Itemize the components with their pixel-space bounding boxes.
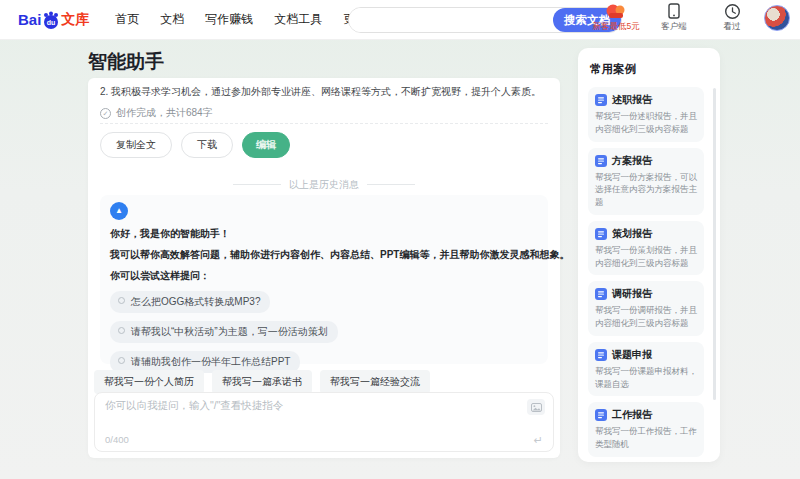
document-icon: [595, 155, 607, 167]
page-title: 智能助手: [88, 49, 164, 75]
chat-panel: 2. 我积极寻求学习机会，通过参加外部专业讲座、网络课程等方式，不断扩宽视野，提…: [88, 78, 560, 458]
case-item-planning-report[interactable]: 策划报告 帮我写一份策划报告，并且内容细化到三级内容标题: [588, 221, 704, 276]
clock-icon: [724, 3, 741, 20]
history-divider: 以上是历史消息: [88, 176, 560, 192]
chip-commitment-letter[interactable]: 帮我写一篇承诺书: [212, 370, 312, 394]
viewed-label: 看过: [724, 21, 741, 33]
chip-experience-exchange[interactable]: 帮我写一篇经验交流: [320, 370, 430, 394]
baidu-paw-icon: du: [42, 11, 60, 29]
user-avatar[interactable]: [764, 5, 790, 31]
top-navbar: Bai du 文库 首页 文档 写作赚钱 文档工具 更多 搜索文档: [0, 0, 800, 40]
history-action-row: 复制全文 下载 编辑: [100, 123, 548, 158]
main-nav: 首页 文档 写作赚钱 文档工具 更多: [115, 11, 367, 28]
download-button[interactable]: 下载: [181, 132, 233, 158]
case-title: 课题申报: [612, 348, 652, 362]
char-counter: 0/400: [105, 434, 129, 445]
client-label: 客户端: [661, 21, 687, 33]
common-cases-panel: 常用案例 述职报告 帮我写一份述职报告，并且内容细化到三级内容标题 方案报告 帮…: [578, 48, 720, 462]
case-item-project-application[interactable]: 课题申报 帮我写一份课题申报材料，课题自选: [588, 342, 704, 397]
case-desc: 帮我写一份调研报告，并且内容细化到三级内容标题: [595, 304, 697, 330]
case-desc: 帮我写一份工作报告，工作类型随机: [595, 425, 697, 451]
case-title: 策划报告: [612, 227, 652, 241]
document-icon: [595, 409, 607, 421]
sidebar-scrollbar[interactable]: [713, 88, 716, 400]
search-input[interactable]: [349, 8, 553, 32]
promo-icon: [605, 3, 627, 20]
logo-wenku-text: 文库: [61, 11, 89, 29]
image-icon[interactable]: [527, 399, 545, 415]
case-item-debrief-report[interactable]: 述职报告 帮我写一份述职报告，并且内容细化到三级内容标题: [588, 87, 704, 142]
history-divider-label: 以上是历史消息: [233, 178, 415, 192]
cases-panel-title: 常用案例: [590, 62, 710, 77]
client-app-link[interactable]: 客户端: [648, 3, 700, 33]
edit-button[interactable]: 编辑: [242, 132, 290, 158]
document-icon: [595, 288, 607, 300]
case-item-proposal-report[interactable]: 方案报告 帮我写一份方案报告，可以选择任意内容为方案报告主题: [588, 148, 704, 215]
nav-doc-tools[interactable]: 文档工具: [274, 11, 322, 28]
promo-link[interactable]: 新客最低5元: [590, 3, 642, 33]
generation-status-row: ✓ 创作完成，共计684字: [100, 106, 213, 120]
nav-docs[interactable]: 文档: [160, 11, 184, 28]
nav-home[interactable]: 首页: [115, 11, 139, 28]
enter-icon: ↵: [534, 434, 543, 447]
case-title: 工作报告: [612, 408, 652, 422]
case-item-research-report[interactable]: 调研报告 帮我写一份调研报告，并且内容细化到三级内容标题: [588, 281, 704, 336]
case-title: 调研报告: [612, 287, 652, 301]
generation-status: 创作完成，共计684字: [116, 106, 213, 120]
copy-all-button[interactable]: 复制全文: [100, 132, 172, 158]
case-desc: 帮我写一份策划报告，并且内容细化到三级内容标题: [595, 244, 697, 270]
suggestion-mid-autumn-plan[interactable]: 请帮我以“中秋活动”为主题，写一份活动策划: [110, 321, 338, 343]
case-title: 述职报告: [612, 93, 652, 107]
viewed-link[interactable]: 看过: [706, 3, 758, 33]
baidu-wenku-logo[interactable]: Bai du 文库: [18, 11, 89, 29]
svg-text:du: du: [47, 18, 56, 25]
assistant-message: ▲ 你好，我是你的智能助手！ 我可以帮你高效解答问题，辅助你进行内容创作、内容总…: [100, 195, 548, 364]
document-icon: [595, 349, 607, 361]
case-title: 方案报告: [612, 154, 652, 168]
document-icon: [595, 94, 607, 106]
case-desc: 帮我写一份课题申报材料，课题自选: [595, 365, 697, 391]
message-input-box: 0/400 ↵: [94, 392, 554, 452]
history-message-text: 2. 我积极寻求学习机会，通过参加外部专业讲座、网络课程等方式，不断扩宽视野，提…: [100, 85, 552, 99]
message-input[interactable]: [105, 399, 519, 427]
promo-label: 新客最低5元: [592, 21, 639, 33]
check-circle-icon: ✓: [100, 108, 111, 119]
assistant-avatar-icon: ▲: [110, 202, 128, 220]
case-item-work-report[interactable]: 工作报告 帮我写一份工作报告，工作类型随机: [588, 402, 704, 457]
phone-icon: [667, 3, 681, 20]
document-icon: [595, 228, 607, 240]
nav-earn[interactable]: 写作赚钱: [205, 11, 253, 28]
chip-resume[interactable]: 帮我写一份个人简历: [94, 370, 204, 394]
case-desc: 帮我写一份述职报告，并且内容细化到三级内容标题: [595, 110, 697, 136]
search-bar: 搜索文档: [348, 7, 622, 33]
greeting-body: 我可以帮你高效解答问题，辅助你进行内容创作、内容总结、PPT编辑等，并且帮助你激…: [110, 248, 538, 262]
case-desc: 帮我写一份方案报告，可以选择任意内容为方案报告主题: [595, 171, 697, 209]
greeting-title: 你好，我是你的智能助手！: [110, 227, 538, 241]
greeting-prompt: 你可以尝试这样提问：: [110, 269, 538, 283]
header-right-group: 新客最低5元 客户端 看过: [590, 3, 790, 33]
suggestion-ogg-to-mp3[interactable]: 怎么把OGG格式转换成MP3?: [110, 291, 270, 313]
quick-chips-row: 帮我写一份个人简历 帮我写一篇承诺书 帮我写一篇经验交流: [94, 370, 430, 394]
logo-bai-text: Bai: [18, 11, 41, 28]
